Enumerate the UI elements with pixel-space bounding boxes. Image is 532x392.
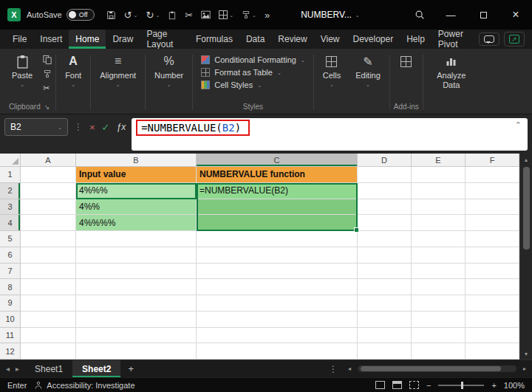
picture-icon[interactable] (201, 10, 211, 19)
cell-a4[interactable] (21, 215, 76, 231)
copy-icon[interactable] (43, 55, 52, 64)
cell[interactable] (197, 295, 358, 312)
cell[interactable] (197, 264, 358, 280)
row-header-1[interactable]: 1 (0, 167, 21, 183)
cell-d1[interactable] (358, 167, 412, 183)
paste-button[interactable]: Paste ⌄ (7, 52, 38, 89)
sheet-prev-button[interactable]: ◂ (6, 365, 10, 373)
autosave-control[interactable]: AutoSave Off (27, 9, 95, 21)
row-header-9[interactable]: 9 (0, 295, 21, 312)
scroll-right-arrow-icon[interactable]: ▸ (519, 363, 531, 375)
cell[interactable] (412, 328, 466, 344)
cell[interactable] (358, 295, 412, 312)
collapse-formula-bar-button[interactable]: ⌃ (515, 120, 522, 130)
cell-f3[interactable] (466, 199, 519, 216)
cell-b3[interactable]: 4%% (76, 199, 197, 216)
cell[interactable] (21, 343, 76, 360)
insert-function-button[interactable]: ƒx (117, 122, 126, 132)
cell[interactable] (197, 231, 358, 247)
page-layout-view-button[interactable] (392, 381, 402, 389)
horizontal-scrollbar-thumb[interactable] (361, 366, 501, 371)
row-header-6[interactable]: 6 (0, 247, 21, 264)
row-header-12[interactable]: 12 (0, 343, 21, 360)
cell-f1[interactable] (466, 167, 519, 183)
cell[interactable] (76, 264, 197, 280)
zoom-level[interactable]: 100% (504, 381, 525, 390)
format-as-table-button[interactable]: Format as Table ⌄ (201, 68, 282, 77)
tab-page-layout[interactable]: Page Layout (140, 30, 189, 49)
tab-draw[interactable]: Draw (106, 30, 140, 49)
cell[interactable] (76, 231, 197, 247)
sheet-options-icon[interactable]: ⋮ (329, 364, 338, 374)
cut-icon[interactable]: ✂ (185, 10, 193, 20)
cell[interactable] (412, 231, 466, 247)
vertical-scrollbar-thumb[interactable] (523, 167, 530, 250)
cell-c4[interactable] (197, 215, 358, 231)
number-group-button[interactable]: % Number ⌄ (149, 52, 188, 89)
col-header-e[interactable]: E (412, 154, 466, 167)
cell[interactable] (76, 247, 197, 264)
excel-logo-icon[interactable]: X (7, 8, 21, 21)
cells-group-button[interactable]: Cells ⌄ (318, 52, 346, 89)
add-sheet-button[interactable]: + (120, 360, 141, 377)
cell-e4[interactable] (412, 215, 466, 231)
format-painter-icon[interactable]: ⌄ (242, 10, 256, 19)
format-painter-icon[interactable] (43, 69, 52, 78)
cell[interactable] (466, 328, 519, 344)
normal-view-button[interactable] (375, 381, 385, 389)
cancel-button[interactable]: × (89, 122, 95, 133)
cell[interactable] (412, 247, 466, 264)
tab-help[interactable]: Help (400, 30, 432, 49)
cell[interactable] (412, 279, 466, 295)
cell-c1[interactable]: NUMBERVALUE function (197, 167, 358, 183)
cell[interactable] (466, 279, 519, 295)
cell[interactable] (358, 279, 412, 295)
cell[interactable] (358, 231, 412, 247)
cell-a3[interactable] (21, 199, 76, 216)
undo-button[interactable]: ↺⌄ (124, 10, 138, 20)
row-header-11[interactable]: 11 (0, 328, 21, 344)
accessibility-button[interactable]: Accessibility: Investigate (34, 381, 134, 390)
more-commands-button[interactable]: » (265, 10, 270, 20)
cell[interactable] (197, 247, 358, 264)
cell-e2[interactable] (412, 183, 466, 199)
cell-e1[interactable] (412, 167, 466, 183)
comments-button[interactable] (479, 32, 499, 46)
cell[interactable] (358, 343, 412, 360)
clipboard-icon[interactable] (168, 10, 177, 20)
sheet-tab-sheet2[interactable]: Sheet2 (72, 360, 120, 377)
cell-a1[interactable] (21, 167, 76, 183)
cell[interactable] (197, 343, 358, 360)
cell[interactable] (76, 279, 197, 295)
dialog-launcher-icon[interactable]: ↘ (44, 103, 50, 111)
redo-button[interactable]: ↻⌄ (146, 10, 160, 20)
page-break-view-button[interactable] (409, 381, 419, 389)
cell-d2[interactable] (358, 183, 412, 199)
col-header-c[interactable]: C (197, 154, 358, 167)
tab-formulas[interactable]: Formulas (189, 30, 239, 49)
cell[interactable] (197, 328, 358, 344)
cell[interactable] (197, 312, 358, 328)
tab-developer[interactable]: Developer (346, 30, 400, 49)
tab-insert[interactable]: Insert (33, 30, 69, 49)
cell[interactable] (76, 295, 197, 312)
cell-c3[interactable] (197, 199, 358, 216)
tab-home[interactable]: Home (69, 30, 106, 49)
cell-styles-button[interactable]: Cell Styles ⌄ (201, 80, 262, 89)
cell[interactable] (358, 328, 412, 344)
cell-a2[interactable] (21, 183, 76, 199)
cell[interactable] (21, 279, 76, 295)
cell[interactable] (21, 295, 76, 312)
cell-d4[interactable] (358, 215, 412, 231)
scroll-up-arrow-icon[interactable]: ▴ (520, 154, 532, 165)
row-header-3[interactable]: 3 (0, 199, 21, 216)
cell[interactable] (358, 247, 412, 264)
cell-f4[interactable] (466, 215, 519, 231)
cell-b4[interactable]: 4%%%% (76, 215, 197, 231)
sheet-next-button[interactable]: ▸ (16, 365, 19, 373)
col-header-b[interactable]: B (76, 154, 197, 167)
scroll-down-arrow-icon[interactable]: ▾ (520, 348, 532, 360)
tab-review[interactable]: Review (271, 30, 313, 49)
row-header-2[interactable]: 2 (0, 183, 21, 199)
zoom-in-button[interactable]: + (491, 381, 496, 390)
